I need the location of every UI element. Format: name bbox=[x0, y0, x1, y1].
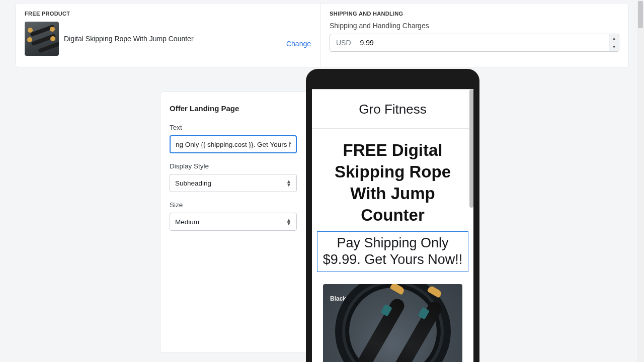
free-product-section-label: FREE PRODUCT bbox=[25, 11, 311, 17]
lower-area: Offer Landing Page Text Display Style Su… bbox=[0, 87, 644, 362]
shipping-stepper: ▲ ▼ bbox=[609, 34, 619, 51]
shipping-section-label: SHIPPING AND HANDLING bbox=[330, 11, 619, 17]
window-scrollbar-thumb[interactable] bbox=[638, 1, 643, 28]
store-header: Gro Fitness bbox=[312, 89, 473, 128]
product-name: Digital Skipping Rope With Jump Counter bbox=[64, 35, 194, 43]
settings-panel: Offer Landing Page Text Display Style Su… bbox=[160, 92, 306, 353]
product-hero-image: Black bbox=[323, 284, 462, 362]
free-product-section: FREE PRODUCT Digital Skipping Rope With … bbox=[16, 4, 320, 67]
select-caret-icon: ▲▼ bbox=[286, 179, 291, 187]
offer-text-input[interactable] bbox=[170, 135, 297, 153]
store-name: Gro Fitness bbox=[317, 102, 468, 117]
top-card: FREE PRODUCT Digital Skipping Rope With … bbox=[15, 3, 629, 67]
phone-preview-frame: Gro Fitness FREE Digital Skipping Rope W… bbox=[306, 69, 479, 362]
text-label: Text bbox=[170, 124, 297, 131]
text-group: Text bbox=[170, 124, 297, 153]
shipping-field-label: Shipping and Handling Charges bbox=[330, 22, 619, 30]
size-value: Medium bbox=[175, 218, 199, 226]
change-product-link[interactable]: Change bbox=[286, 40, 311, 48]
display-style-value: Subheading bbox=[175, 179, 211, 187]
size-label: Size bbox=[170, 201, 297, 209]
phone-scrollbar[interactable] bbox=[469, 89, 473, 208]
size-group: Size Medium ▲▼ bbox=[170, 201, 297, 231]
currency-prefix: USD bbox=[330, 34, 357, 51]
product-row: Digital Skipping Rope With Jump Counter bbox=[25, 22, 311, 56]
stepper-down-icon[interactable]: ▼ bbox=[609, 43, 619, 52]
settings-title: Offer Landing Page bbox=[170, 104, 297, 113]
shipping-cost-input[interactable] bbox=[357, 34, 609, 51]
phone-screen: Gro Fitness FREE Digital Skipping Rope W… bbox=[312, 89, 473, 362]
display-style-label: Display Style bbox=[170, 162, 297, 170]
shipping-section: SHIPPING AND HANDLING Shipping and Handl… bbox=[320, 4, 628, 67]
offer-subheading: Pay Shipping Only $9.99. Get Yours Now!! bbox=[317, 231, 468, 273]
display-style-select[interactable]: Subheading ▲▼ bbox=[170, 174, 297, 192]
offer-headline: FREE Digital Skipping Rope With Jump Cou… bbox=[317, 140, 468, 226]
window-scrollbar[interactable] bbox=[637, 0, 644, 362]
offer-body: FREE Digital Skipping Rope With Jump Cou… bbox=[312, 129, 473, 362]
stepper-up-icon[interactable]: ▲ bbox=[609, 34, 619, 43]
select-caret-icon: ▲▼ bbox=[286, 218, 291, 225]
size-select[interactable]: Medium ▲▼ bbox=[170, 213, 297, 231]
product-thumbnail bbox=[25, 22, 59, 56]
shipping-input-group: USD ▲ ▼ bbox=[330, 34, 619, 52]
display-style-group: Display Style Subheading ▲▼ bbox=[170, 162, 297, 192]
